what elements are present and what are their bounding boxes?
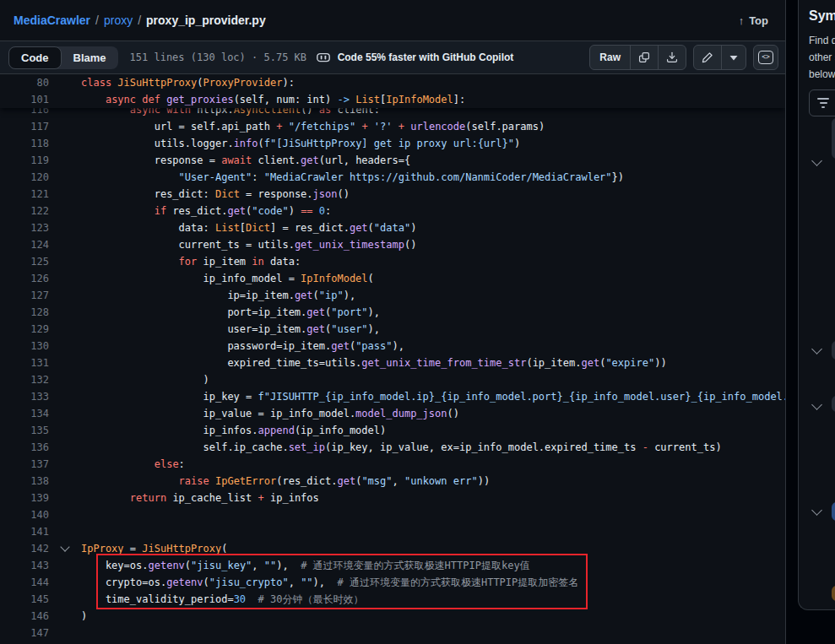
line-number[interactable]: 127 [0, 287, 49, 304]
line-number[interactable]: 133 [0, 388, 49, 405]
line-number[interactable]: 122 [0, 203, 49, 219]
line-number[interactable]: 80 [0, 74, 49, 91]
code-line: 132 ) [0, 371, 785, 388]
edit-dropdown-button[interactable] [721, 46, 746, 69]
line-number[interactable]: 130 [0, 338, 49, 354]
code-text: response = await client.get(url, headers… [81, 154, 410, 166]
line-number[interactable]: 126 [0, 270, 49, 287]
code-text: class JiSuHttpProxy(ProxyProvider): [81, 77, 295, 89]
tab-code[interactable]: Code [8, 46, 62, 69]
code-line: 127 ip=ip_item.get("ip"), [0, 287, 785, 304]
line-number[interactable]: 117 [0, 118, 49, 135]
line-number[interactable]: 134 [0, 405, 49, 422]
line-number[interactable]: 140 [0, 506, 49, 523]
tab-blame[interactable]: Blame [62, 47, 118, 68]
code-text: url = self.api_path + "/fetchips" + '?' … [81, 121, 545, 133]
line-number[interactable]: 142 [0, 540, 49, 557]
breadcrumb-folder-link[interactable]: proxy [104, 14, 133, 27]
code-text: ip_infos.append(ip_info_model) [81, 425, 386, 436]
symbol-expand-chevron-icon[interactable] [811, 505, 822, 516]
code-text: raise IpGetError(res_dict.get("msg", "un… [81, 475, 490, 487]
symbol-expand-chevron-icon[interactable] [811, 399, 822, 410]
code-line: 121 res_dict: Dict = response.json() [0, 186, 785, 203]
code-text: res_dict: Dict = response.json() [81, 188, 350, 200]
line-number[interactable]: 101 [0, 91, 49, 108]
code-line: 130 password=ip_item.get("pass"), [0, 338, 785, 354]
download-icon [666, 51, 678, 63]
code-line: 124 current_ts = utils.get_unix_timestam… [0, 236, 785, 253]
line-number[interactable]: 128 [0, 304, 49, 321]
code-text: password=ip_item.get("pass"), [81, 340, 404, 352]
download-button[interactable] [658, 46, 686, 69]
code-text: ip=ip_item.get("ip"), [81, 290, 355, 301]
symbols-panel: Symbols Find definitions and references … [798, 0, 835, 610]
line-number[interactable]: 147 [0, 625, 49, 641]
line-number[interactable]: 125 [0, 253, 49, 270]
code-text: "User-Agent": "MediaCrawler https://gith… [81, 171, 624, 183]
code-text: IpProxy = JiSuHttpProxy( [81, 543, 227, 555]
copilot-banner: Code 55% faster with GitHub Copilot [316, 51, 514, 64]
symbols-desc-line: Find definitions and references for func… [809, 32, 835, 49]
edit-button[interactable] [694, 46, 721, 69]
code-line: 146) [0, 608, 785, 625]
breadcrumb-repo-link[interactable]: MediaCrawler [14, 14, 90, 27]
symbol-expand-chevron-icon[interactable] [811, 344, 822, 354]
arrow-up-icon: ↑ [739, 14, 745, 27]
line-number[interactable]: 121 [0, 186, 49, 203]
filter-symbols-button[interactable] [809, 89, 835, 116]
symbols-desc-line: other symbols in this file by clicking a… [809, 49, 835, 66]
code-text: user=ip_item.get("user"), [81, 323, 380, 335]
line-number[interactable]: 119 [0, 152, 49, 169]
line-number[interactable]: 144 [0, 574, 49, 591]
code-line: 80class JiSuHttpProxy(ProxyProvider): [0, 74, 785, 91]
symbol-expand-chevron-icon[interactable] [811, 155, 822, 166]
code-text: if res_dict.get("code") == 0: [81, 205, 331, 217]
symbol-item-fragment [832, 502, 835, 521]
line-number[interactable]: 123 [0, 219, 49, 236]
line-number[interactable]: 139 [0, 490, 49, 506]
line-number[interactable]: 143 [0, 557, 49, 574]
line-number[interactable]: 129 [0, 321, 49, 338]
collapse-chevron-icon[interactable] [60, 542, 69, 551]
line-number[interactable]: 141 [0, 523, 49, 540]
line-number[interactable]: 135 [0, 422, 49, 439]
copilot-icon [316, 51, 331, 64]
copy-button[interactable] [630, 46, 658, 69]
code-line: 123 data: List[Dict] = res_dict.get("dat… [0, 219, 785, 236]
raw-copy-download-group: Raw [589, 45, 686, 70]
breadcrumb-separator: / [95, 14, 99, 27]
breadcrumb-bar: MediaCrawler/proxy/proxy_ip_provider.py … [0, 0, 785, 41]
code-line: 119 response = await client.get(url, hea… [0, 152, 785, 169]
line-number[interactable]: 137 [0, 456, 49, 473]
breadcrumb-filename: proxy_ip_provider.py [146, 14, 266, 27]
breadcrumb-separator: / [138, 14, 141, 27]
caret-down-icon [729, 55, 738, 61]
code-line: 122 if res_dict.get("code") == 0: [0, 203, 785, 219]
line-number[interactable]: 131 [0, 354, 49, 371]
line-number[interactable]: 146 [0, 608, 49, 625]
code-line: 101 async def get_proxies(self, num: int… [0, 91, 785, 108]
line-number[interactable]: 145 [0, 591, 49, 608]
code-line: 126 ip_info_model = IpInfoModel( [0, 270, 785, 287]
sticky-scope-header: 80class JiSuHttpProxy(ProxyProvider):101… [0, 74, 785, 108]
line-number[interactable]: 120 [0, 169, 49, 186]
code-line: 118 utils.logger.info(f"[JiSuHttpProxy] … [0, 135, 785, 152]
code-text: self.ip_cache.set_ip(ip_key, ip_value, e… [81, 441, 722, 453]
line-number[interactable]: 118 [0, 135, 49, 152]
line-number[interactable]: 132 [0, 371, 49, 388]
line-number[interactable]: 138 [0, 473, 49, 490]
symbols-panel-description: Find definitions and references for func… [809, 32, 835, 83]
code-text: ) [81, 374, 209, 386]
code-text: ip_key = f"JISUHTTP_{ip_info_model.ip}_{… [81, 391, 785, 403]
raw-button[interactable]: Raw [590, 46, 630, 69]
back-to-top-link[interactable]: ↑ Top [739, 14, 768, 27]
symbol-item-fragment [832, 118, 835, 159]
symbols-toggle-button[interactable]: <> [753, 45, 778, 70]
line-number[interactable]: 124 [0, 236, 49, 253]
code-line: 128 port=ip_item.get("port"), [0, 304, 785, 321]
code-line: 134 ip_value = ip_info_model.model_dump_… [0, 405, 785, 422]
code-blame-switcher: Code Blame [8, 46, 118, 69]
code-line: 125 for ip_item in data: [0, 253, 785, 270]
fold-slot [49, 540, 81, 557]
line-number[interactable]: 136 [0, 439, 49, 456]
